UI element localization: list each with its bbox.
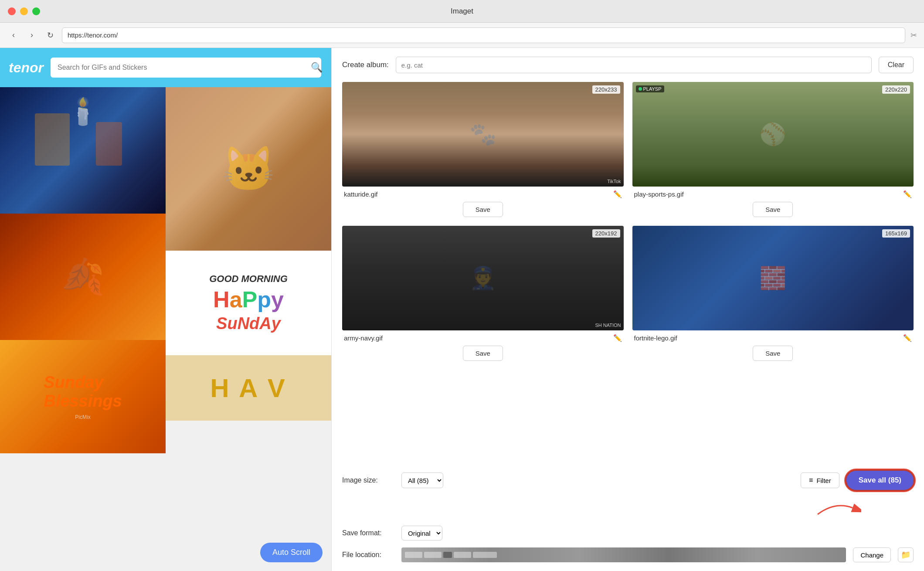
main-layout: tenor 🔍 🕯️ 🍂 [0,48,924,571]
tenor-header: tenor 🔍 [0,48,331,87]
image-name-row-1: katturide.gif ✏️ [342,190,624,198]
bookmark-icon[interactable]: ✂ [910,31,917,40]
image-card-3: 👮 220x192 SH NATION army-navy.gif ✏️ Sav… [342,226,624,361]
image-size-row: Image size: All (85) Small Medium Large … [342,471,914,490]
tiktok-watermark: TikTok [607,179,621,184]
window-title: Imaget [451,7,473,16]
save-all-button[interactable]: Save all (85) [846,471,914,490]
clear-button[interactable]: Clear [879,57,914,73]
loc-segment-1 [405,552,422,558]
image-name-3: army-navy.gif [344,334,383,342]
forward-button[interactable]: › [25,29,38,42]
browser-toolbar: ‹ › ↻ ✂ [0,23,924,48]
gif-christmas[interactable]: 🕯️ [0,87,166,214]
playsp-badge: PLAYSP [636,85,664,92]
dim-badge-4: 165x169 [882,229,910,238]
sh-nation-watermark: SH NATION [595,323,621,328]
browser-panel: tenor 🔍 🕯️ 🍂 [0,48,331,571]
playsp-dot [639,87,642,91]
thumb-fortnite[interactable]: 🧱 165x169 [632,226,914,330]
gif-grid: 🕯️ 🍂 SundayBlessings PicMix [0,87,331,571]
minimize-button[interactable] [20,7,28,15]
folder-button[interactable]: 📁 [898,547,914,562]
refresh-button[interactable]: ↻ [44,29,57,42]
loc-segment-3 [443,552,452,558]
thumb-sports[interactable]: ⚾ 220x220 PLAYSP [632,82,914,187]
filter-button[interactable]: ≡ Filter [801,472,839,488]
sunday-blessings-text: SundayBlessings [44,373,122,411]
change-button[interactable]: Change [853,547,891,562]
thumb-katturide[interactable]: 🐾 220x233 TikTok [342,82,624,187]
save-button-2[interactable]: Save [753,202,793,217]
image-grid: 🐾 220x233 TikTok katturide.gif ✏️ Save ⚾ [342,82,914,361]
gif-hapy[interactable]: H A V [166,355,331,421]
auto-scroll-button[interactable]: Auto Scroll [260,543,323,562]
image-name-4: fortnite-lego.gif [634,334,677,342]
gif-autumn[interactable]: 🍂 [0,214,166,340]
album-row: Create album: Clear [342,57,914,73]
file-location-label: File location: [342,551,394,559]
image-name-row-4: fortnite-lego.gif ✏️ [632,334,914,342]
file-location-bar [401,547,846,562]
save-format-row: Save format: Original GIF MP4 [342,526,914,540]
traffic-lights [8,7,40,15]
dim-badge-2: 220x220 [882,85,910,94]
happy-text: HaPpy [213,286,284,313]
maximize-button[interactable] [32,7,40,15]
loc-segment-5 [473,552,497,558]
arrow-annotation [342,497,914,519]
thumb-army[interactable]: 👮 220x192 SH NATION [342,226,624,330]
folder-icon: 📁 [901,550,910,560]
dim-badge-1: 220x233 [592,85,620,94]
save-button-4[interactable]: Save [753,346,793,361]
right-panel: Create album: Clear 🐾 220x233 TikTok kat… [331,48,924,571]
hav-text: H A V [210,373,287,403]
image-size-label: Image size: [342,476,394,484]
tenor-search-button[interactable]: 🔍 [311,62,323,73]
good-morning-text: GOOD MORNING [209,273,288,285]
album-input[interactable] [396,57,872,73]
gif-column-2: 🐱 GOOD MORNING HaPpy SuNdAy H A V [166,87,331,571]
filter-icon: ≡ [809,476,813,484]
gif-cat[interactable]: 🐱 [166,87,331,251]
image-name-2: play-sports-ps.gif [634,190,684,198]
image-name-row-2: play-sports-ps.gif ✏️ [632,190,914,198]
gif-column-1: 🕯️ 🍂 SundayBlessings PicMix [0,87,166,571]
filter-label: Filter [816,477,831,484]
image-card-2: ⚾ 220x220 PLAYSP play-sports-ps.gif ✏️ S… [632,82,914,217]
image-size-select[interactable]: All (85) Small Medium Large [401,472,443,488]
file-location-row: File location: Change 📁 [342,547,914,562]
save-button-3[interactable]: Save [463,346,503,361]
edit-icon-3[interactable]: ✏️ [613,334,622,342]
tenor-search-input[interactable] [51,58,321,78]
loc-segment-2 [424,552,442,558]
sunday-text: SuNdAy [216,314,281,333]
picmix-label: PicMix [75,414,90,420]
back-button[interactable]: ‹ [7,29,20,42]
red-arrow-svg [809,497,861,519]
gif-goodmorning[interactable]: GOOD MORNING HaPpy SuNdAy [166,251,331,355]
address-bar[interactable] [62,27,905,43]
close-button[interactable] [8,7,16,15]
save-button-1[interactable]: Save [463,202,503,217]
image-name-1: katturide.gif [344,190,378,198]
image-name-row-3: army-navy.gif ✏️ [342,334,624,342]
edit-icon-1[interactable]: ✏️ [613,190,622,198]
dim-badge-3: 220x192 [592,229,620,238]
album-label: Create album: [342,61,389,69]
image-card-4: 🧱 165x169 fortnite-lego.gif ✏️ Save [632,226,914,361]
save-format-select[interactable]: Original GIF MP4 [401,526,442,540]
image-card-1: 🐾 220x233 TikTok katturide.gif ✏️ Save [342,82,624,217]
edit-icon-2[interactable]: ✏️ [903,190,912,198]
gif-sunday[interactable]: SundayBlessings PicMix [0,340,166,453]
save-format-label: Save format: [342,529,394,537]
bottom-controls: Image size: All (85) Small Medium Large … [342,471,914,562]
edit-icon-4[interactable]: ✏️ [903,334,912,342]
tenor-logo: tenor [9,60,44,76]
playsp-text: PLAYSP [643,86,662,92]
loc-segment-4 [454,552,471,558]
title-bar: Imaget [0,0,924,23]
